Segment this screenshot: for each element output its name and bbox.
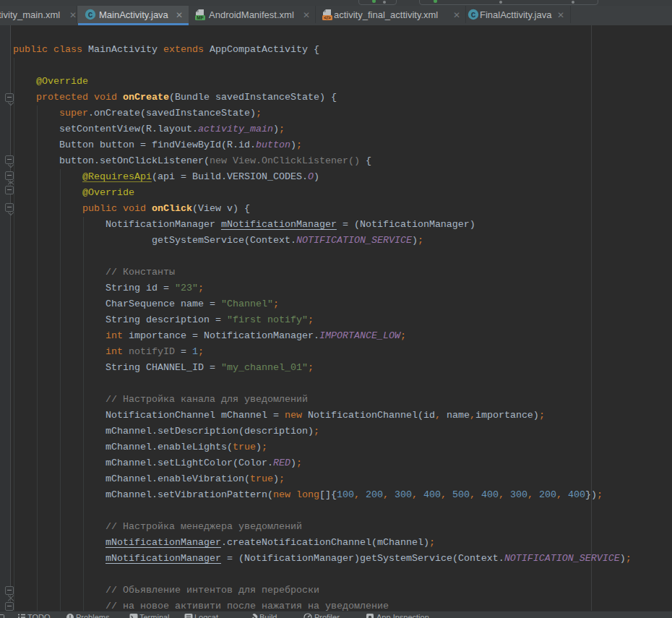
svg-text:</>: </>	[324, 15, 331, 20]
svg-text:C: C	[88, 11, 93, 20]
svg-text:C: C	[471, 11, 476, 20]
svg-text:MF: MF	[197, 15, 203, 20]
